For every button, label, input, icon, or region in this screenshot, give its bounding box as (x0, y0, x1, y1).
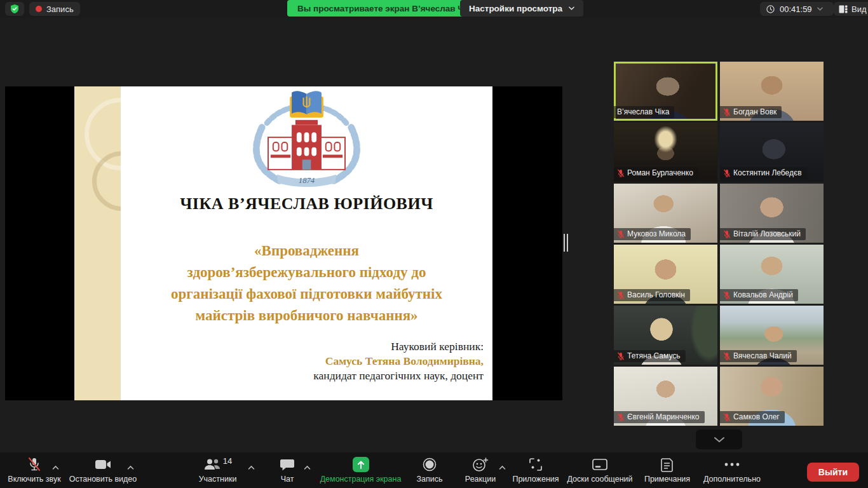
chevron-down-icon (714, 437, 725, 443)
participants-label: Участники (199, 475, 237, 484)
slide-left-decoration (74, 86, 121, 400)
reactions-label: Реакции (465, 475, 496, 484)
leave-meeting-button[interactable]: Выйти (807, 463, 859, 482)
chat-icon (280, 458, 295, 471)
supervisor-block: Науковий керівник: Самусь Тетяна Володим… (313, 339, 484, 383)
chat-options-chevron[interactable] (304, 461, 311, 468)
participant-nameplate: Самков Олег (720, 411, 785, 423)
video-options-chevron[interactable] (127, 461, 135, 468)
participant-tile[interactable]: Тетяна Самусь (614, 306, 717, 365)
slide-title: ЧІКА В’ЯЧЕСЛАВ ЮРІЙОВИЧ (121, 194, 492, 214)
university-logo: 1874 (121, 89, 492, 192)
view-button[interactable]: Вид (834, 2, 868, 16)
participant-nameplate: Ковальов Андрій (720, 289, 798, 301)
chevron-down-icon (569, 6, 574, 10)
more-label: Дополнительно (703, 475, 761, 484)
participant-name: Віталій Лозовський (733, 229, 801, 238)
participant-tile[interactable]: Євгеній Маринченко (614, 367, 717, 426)
share-screen-button[interactable]: Демонстрация экрана (311, 456, 410, 484)
notes-button[interactable]: Примечания (639, 456, 696, 484)
participants-button[interactable]: 14 Участники (187, 456, 248, 484)
participants-options-chevron[interactable] (248, 461, 255, 468)
participant-tile[interactable]: Василь Головкін (614, 245, 717, 304)
viewing-screen-banner-text: Вы просматриваете экран В’ячеслав Чіка (297, 4, 475, 13)
participant-name: Євгеній Маринченко (627, 412, 700, 421)
participant-tile[interactable]: Ковальов Андрій (720, 245, 824, 304)
participant-nameplate: Віталій Лозовський (720, 228, 806, 240)
shield-check-icon (10, 4, 20, 14)
presentation-slide: 1874 ЧІКА В’ЯЧЕСЛАВ ЮРІЙОВИЧ «Впроваджен… (74, 86, 492, 400)
view-options-label: Настройки просмотра (469, 4, 562, 13)
muted-mic-icon (723, 291, 731, 299)
participant-tile[interactable]: Самков Олег (720, 367, 824, 426)
audio-options-chevron[interactable] (52, 461, 60, 468)
meeting-timer[interactable]: 00:41:59 (760, 2, 834, 16)
participant-nameplate: Роман Бурлаченко (614, 167, 698, 179)
muted-mic-icon (723, 413, 731, 421)
participant-name: В’ячеслав Чіка (617, 107, 669, 116)
muted-mic-icon (617, 230, 625, 238)
record-label: Запись (416, 475, 442, 484)
record-icon (422, 457, 437, 472)
gallery-collapse-button[interactable] (696, 430, 742, 449)
viewing-screen-banner: Вы просматриваете экран В’ячеслав Чіка (287, 0, 485, 17)
grid-view-icon (839, 5, 848, 13)
chat-button[interactable]: Чат (268, 456, 306, 484)
reactions-button[interactable]: Реакции (459, 456, 502, 484)
record-button[interactable]: Запись (412, 456, 447, 484)
participant-tile[interactable]: Богдан Вовк (720, 62, 824, 121)
recording-label: Запись (46, 4, 74, 14)
participants-count: 14 (223, 456, 232, 466)
participant-nameplate: Богдан Вовк (720, 106, 782, 118)
participant-tile[interactable]: В’ячеслав Чіка (614, 62, 717, 121)
participant-tile[interactable]: Роман Бурлаченко (614, 123, 717, 182)
participant-nameplate: В’ячеслав Чіка (614, 106, 674, 118)
video-gallery: В’ячеслав Чіка Богдан Вовк Роман Бурлаче… (614, 62, 824, 426)
muted-mic-icon (723, 169, 731, 177)
muted-mic-icon (723, 108, 731, 116)
muted-mic-icon (617, 413, 625, 421)
clock-icon (766, 5, 775, 13)
more-dots-icon (724, 463, 740, 466)
participant-nameplate: Муковоз Микола (614, 228, 691, 240)
participant-name: Костянтин Лебедєв (733, 168, 802, 177)
participant-name: Муковоз Микола (627, 229, 686, 238)
slide-topic: «Впровадження здоров’язбережувального пі… (121, 240, 492, 327)
security-button[interactable] (5, 2, 24, 16)
timer-value: 00:41:59 (780, 4, 812, 14)
notes-icon (661, 458, 674, 472)
stop-video-label: Остановить видео (69, 475, 137, 484)
reactions-icon (472, 458, 489, 471)
participant-name: Самков Олег (733, 412, 780, 421)
shared-screen: 1874 ЧІКА В’ЯЧЕСЛАВ ЮРІЙОВИЧ «Впроваджен… (5, 86, 562, 400)
participant-tile[interactable]: Віталій Лозовський (720, 184, 824, 243)
camera-icon (95, 459, 111, 470)
muted-mic-icon (617, 169, 625, 177)
meeting-toolbar: Включить звук Остановить видео 14 Участн… (0, 452, 868, 488)
muted-mic-icon (723, 352, 731, 360)
more-button[interactable]: Дополнительно (699, 456, 765, 484)
apps-icon (528, 457, 543, 472)
reactions-options-chevron[interactable] (499, 461, 506, 468)
muted-mic-icon (723, 230, 731, 238)
svg-text:1874: 1874 (299, 176, 315, 185)
participant-tile[interactable]: Вячеслав Чалий (720, 306, 824, 365)
participant-tile[interactable]: Муковоз Микола (614, 184, 717, 243)
participant-nameplate: Євгеній Маринченко (614, 411, 705, 423)
mic-muted-icon (27, 457, 41, 472)
apps-button[interactable]: Приложения (508, 456, 563, 484)
participant-tile[interactable]: Костянтин Лебедєв (720, 123, 824, 182)
participant-nameplate: Василь Головкін (614, 289, 690, 301)
muted-mic-icon (617, 291, 625, 299)
supervisor-degree: кандидат педагогічних наук, доцент (313, 369, 484, 383)
participant-nameplate: Вячеслав Чалий (720, 350, 797, 362)
participant-name: Вячеслав Чалий (733, 351, 792, 360)
whiteboards-button[interactable]: Доски сообщений (564, 456, 635, 484)
participant-name: Ковальов Андрій (733, 290, 793, 299)
supervisor-name: Самусь Тетяна Володимирівна, (313, 354, 484, 369)
view-options-button[interactable]: Настройки просмотра (460, 0, 583, 17)
whiteboard-icon (592, 458, 608, 471)
participants-icon (203, 458, 221, 471)
recording-indicator[interactable]: Запись (29, 2, 80, 16)
panel-resize-handle[interactable] (564, 234, 568, 252)
